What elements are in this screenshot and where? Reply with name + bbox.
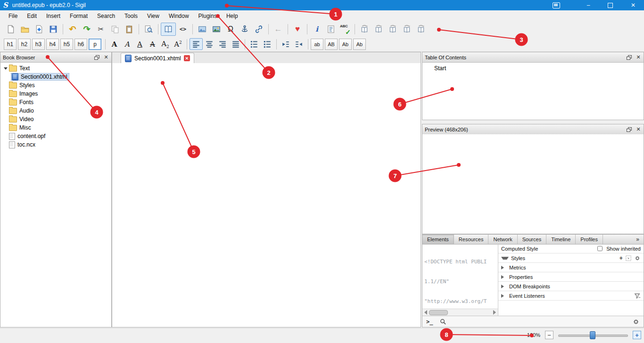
menu-view[interactable]: View — [142, 11, 164, 21]
heading-2-button[interactable]: h2 — [18, 39, 31, 50]
menu-format[interactable]: Format — [65, 11, 92, 21]
copy-button[interactable] — [108, 23, 122, 36]
console-toggle-icon[interactable]: >_ — [426, 318, 433, 325]
tree-item-fonts[interactable]: Fonts — [0, 98, 111, 106]
maximize-button[interactable] — [599, 0, 621, 10]
input-indicator-icon[interactable] — [553, 2, 560, 8]
row-computed-style[interactable]: Computed Style Show inherited — [498, 244, 644, 253]
spellcheck-button[interactable]: ABC✓ — [338, 23, 352, 36]
cut-button[interactable]: ✂ — [94, 23, 108, 36]
toc-entry-start[interactable]: Start — [434, 65, 644, 72]
expand-arrow-icon[interactable] — [501, 275, 507, 279]
menu-help[interactable]: Help — [222, 11, 243, 21]
tab-sources[interactable]: Sources — [518, 235, 546, 244]
minimize-button[interactable]: – — [578, 0, 599, 10]
menu-search[interactable]: Search — [92, 11, 120, 21]
horizontal-scrollbar[interactable] — [422, 309, 498, 316]
heading-6-button[interactable]: h6 — [74, 39, 87, 50]
tab-section0001[interactable]: Section0001.xhtml ✕ — [121, 53, 194, 63]
insert-image-button[interactable] — [209, 23, 223, 36]
spellcheck-next-misspelled-button[interactable] — [414, 23, 428, 36]
row-styles[interactable]: Styles + — [498, 253, 644, 263]
bulleted-list-button[interactable] — [248, 38, 261, 50]
align-left-button[interactable] — [190, 38, 203, 50]
row-dom-breakpoints[interactable]: DOM Breakpoints — [498, 282, 644, 291]
row-properties[interactable]: Properties — [498, 272, 644, 282]
align-center-button[interactable] — [203, 38, 216, 50]
capitalize-button[interactable]: Ab — [353, 39, 366, 50]
tree-item-images[interactable]: Images — [0, 90, 111, 98]
expand-arrow-icon[interactable] — [501, 266, 507, 270]
heading-1-button[interactable]: h1 — [4, 39, 17, 50]
spellcheck-clear-ignored-button[interactable] — [400, 23, 414, 36]
close-button[interactable]: ✕ — [622, 0, 644, 10]
menu-edit[interactable]: Edit — [22, 11, 41, 21]
insert-file-button[interactable] — [195, 23, 209, 36]
align-justify-button[interactable] — [229, 38, 242, 50]
search-icon[interactable] — [439, 318, 446, 325]
tree-item-audio[interactable]: Audio — [0, 106, 111, 115]
scrollbar-thumb[interactable] — [429, 310, 448, 315]
strikethrough-button[interactable]: A — [146, 38, 159, 50]
underline-button[interactable]: A — [133, 38, 146, 50]
tree-item-toc-ncx[interactable]: toc.ncx — [0, 140, 111, 149]
tree-item-text[interactable]: Text — [0, 64, 111, 73]
uppercase-button[interactable]: AB — [325, 39, 338, 50]
float-panel-icon[interactable] — [627, 55, 632, 60]
add-existing-files-button[interactable] — [32, 23, 46, 36]
add-style-icon[interactable]: + — [619, 254, 623, 261]
heading-5-button[interactable]: h5 — [60, 39, 73, 50]
spellcheck-add-to-dictionary-button[interactable] — [372, 23, 386, 36]
menu-tools[interactable]: Tools — [120, 11, 142, 21]
menu-plugins[interactable]: Plugins — [194, 11, 222, 21]
superscript-button[interactable]: A2 — [172, 38, 184, 50]
tab-elements[interactable]: Elements — [422, 235, 454, 244]
element-state-icon[interactable] — [625, 255, 632, 261]
donate-button[interactable]: ♥ — [290, 23, 305, 36]
menu-insert[interactable]: Insert — [41, 11, 65, 21]
spellcheck-ignore-word-button[interactable] — [386, 23, 400, 36]
tree-item-video[interactable]: Video — [0, 115, 111, 123]
row-event-listeners[interactable]: Event Listeners — [498, 291, 644, 301]
metadata-editor-button[interactable]: i — [310, 23, 324, 36]
tree-item-styles[interactable]: Styles — [0, 81, 111, 90]
slider-handle[interactable] — [590, 331, 595, 339]
insert-id-button[interactable] — [238, 23, 252, 36]
menu-file[interactable]: File — [4, 11, 22, 21]
tree-item-section0001[interactable]: Section0001.xhtml — [0, 73, 111, 81]
tab-timeline[interactable]: Timeline — [546, 235, 576, 244]
go-back-button[interactable]: ← — [271, 23, 285, 36]
lowercase-button[interactable]: ab — [311, 39, 323, 50]
book-view-editor[interactable] — [112, 63, 421, 327]
titlecase-button[interactable]: Ab — [339, 39, 352, 50]
save-button[interactable] — [46, 23, 60, 36]
heading-4-button[interactable]: h4 — [46, 39, 59, 50]
zoom-in-button[interactable]: + — [633, 331, 641, 339]
row-metrics[interactable]: Metrics — [498, 263, 644, 272]
insert-special-character-button[interactable]: Ω — [223, 23, 238, 36]
paragraph-button[interactable]: p — [89, 39, 101, 50]
book-view-button[interactable] — [161, 23, 176, 36]
close-panel-icon[interactable]: ✕ — [636, 126, 641, 132]
close-panel-icon[interactable]: ✕ — [103, 54, 109, 60]
insert-link-button[interactable] — [252, 23, 266, 36]
find-replace-button[interactable] — [141, 23, 156, 36]
paste-button[interactable] — [122, 23, 136, 36]
settings-gear-icon[interactable] — [632, 318, 640, 326]
tab-close-icon[interactable]: ✕ — [184, 55, 190, 61]
expander-icon[interactable] — [2, 67, 9, 70]
scroll-right-icon[interactable] — [493, 310, 496, 315]
open-file-button[interactable] — [18, 23, 32, 36]
tree-item-misc[interactable]: Misc — [0, 123, 111, 132]
numbered-list-button[interactable] — [261, 38, 274, 50]
heading-3-button[interactable]: h3 — [32, 39, 45, 50]
redo-button[interactable]: ↷ — [80, 23, 94, 36]
subscript-button[interactable]: A2 — [159, 38, 172, 50]
scroll-left-icon[interactable] — [424, 310, 427, 315]
toc-editor-button[interactable] — [324, 23, 338, 36]
zoom-slider[interactable] — [558, 331, 628, 339]
show-inherited-checkbox[interactable] — [597, 246, 603, 251]
dom-tree-code[interactable]: <!DOCTYPE html PUBLI 1.1//EN" "http://ww… — [422, 244, 498, 309]
zoom-out-button[interactable]: − — [545, 331, 553, 339]
tab-profiles[interactable]: Profiles — [576, 235, 603, 244]
